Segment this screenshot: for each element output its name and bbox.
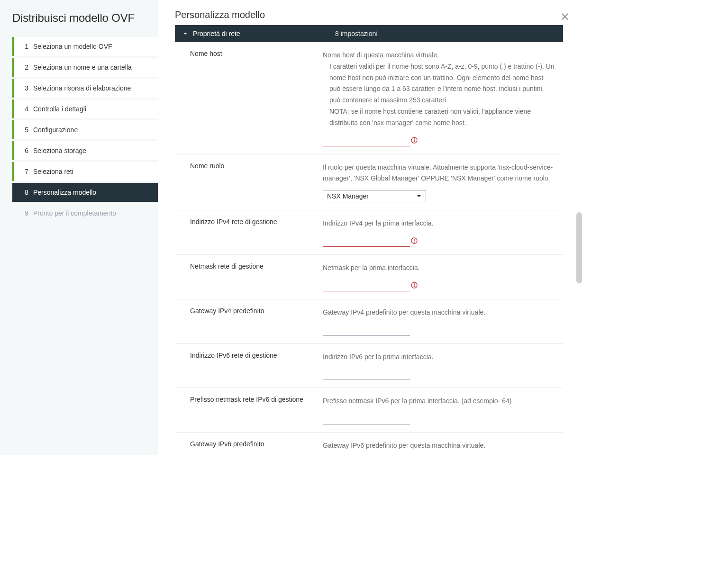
ipv4addr-label: Indirizzo IPv4 rete di gestione [190,218,323,247]
step-label: Seleziona reti [28,168,73,175]
form-scroll-area[interactable]: Proprietà di rete 8 impostazioni Nome ho… [158,25,580,455]
step-number: 5 [20,126,28,134]
wizard-step-7[interactable]: 7Seleziona reti [12,162,158,181]
step-label: Seleziona un nome e una cartella [28,63,132,71]
ipv6gw-desc: Gateway IPv6 predefinito per questa macc… [323,440,555,452]
wizard-steps: 1Seleziona un modello OVF2Seleziona un n… [0,37,158,223]
ipv4mask-label: Netmask rete di gestione [190,262,323,291]
svg-point-3 [414,242,415,243]
step-number: 2 [20,63,28,71]
row-hostname: Nome host Nome host di questa macchina v… [175,42,563,154]
hostname-desc1: Nome host di questa macchina virtuale. [323,51,439,59]
step-label: Personalizza modello [28,189,96,196]
step-number: 1 [20,43,28,50]
ipv4gw-input[interactable] [323,324,410,336]
row-rolename: Nome ruolo Il ruolo per questa macchina … [175,154,563,211]
row-ipv6addr: Indirizzo IPv6 rete di gestione Indirizz… [175,344,563,388]
wizard-step-2[interactable]: 2Seleziona un nome e una cartella [12,58,158,77]
step-label: Seleziona un modello OVF [28,43,112,50]
step-number: 3 [20,84,28,92]
close-button[interactable] [559,10,571,24]
step-label: Configurazione [28,126,78,134]
ipv6addr-desc: Indirizzo IPv6 per la prima interfaccia. [323,352,555,363]
ipv4gw-label: Gateway IPv4 predefinito [190,307,323,336]
step-label: Pronto per il completamento [28,209,116,217]
chevron-down-icon [416,193,422,199]
rolename-value: NSX Manager [327,192,369,200]
wizard-step-4[interactable]: 4Controlla i dettagli [12,99,158,118]
ipv4mask-desc: Netmask per la prima interfaccia. [323,262,555,274]
ipv4addr-desc: Indirizzo IPv4 per la prima interfaccia. [323,218,555,229]
wizard-title: Distribuisci modello OVF [0,5,158,37]
step-label: Controlla i dettagli [28,105,86,113]
step-label: Seleziona risorsa di elaborazione [28,84,131,92]
step-number: 8 [20,189,28,196]
wizard-main: Personalizza modello Proprietà di rete 8… [158,0,580,455]
ipv6prefix-desc: Prefisso netmask IPv6 per la prima inter… [323,396,555,407]
wizard-step-3[interactable]: 3Seleziona risorsa di elaborazione [12,79,158,98]
ipv6addr-label: Indirizzo IPv6 rete di gestione [190,352,323,380]
wizard-sidebar: Distribuisci modello OVF 1Seleziona un m… [0,0,158,455]
step-number: 6 [20,147,28,154]
section-network-count: 8 impostazioni [335,30,378,37]
svg-point-1 [414,141,415,142]
row-ipv6prefix: Prefisso netmask rete IPv6 di gestione P… [175,388,563,433]
hostname-desc3: NOTA: se il nome host contiene caratteri… [323,106,555,129]
svg-point-5 [414,286,415,287]
hostname-label: Nome host [190,50,323,146]
ipv4addr-input[interactable] [323,235,410,247]
error-icon [411,282,418,289]
ovf-deploy-wizard: Distribuisci modello OVF 1Seleziona un m… [0,0,580,455]
section-network-title: Proprietà di rete [193,30,335,37]
rolename-select[interactable]: NSX Manager [323,190,426,202]
row-ipv4mask: Netmask rete di gestione Netmask per la … [175,255,563,299]
ipv6prefix-label: Prefisso netmask rete IPv6 di gestione [190,396,323,424]
wizard-step-9: 9Pronto per il completamento [12,204,158,223]
hostname-input[interactable] [323,135,410,146]
rolename-label: Nome ruolo [190,162,323,203]
hostname-desc2: I caratteri validi per il nome host sono… [323,61,555,106]
ipv6prefix-input[interactable] [323,413,410,424]
page-title: Personalizza modello [175,9,265,20]
ipv4mask-input[interactable] [323,280,410,291]
ipv4gw-desc: Gateway IPv4 predefinito per questa macc… [323,307,555,318]
error-icon [411,137,418,144]
section-network-header[interactable]: Proprietà di rete 8 impostazioni [175,25,563,42]
row-ipv4gw: Gateway IPv4 predefinito Gateway IPv4 pr… [175,299,563,344]
error-icon [411,237,418,244]
wizard-step-5[interactable]: 5Configurazione [12,120,158,139]
step-number: 7 [20,168,28,175]
wizard-step-8[interactable]: 8Personalizza modello [12,183,158,202]
rolename-desc: Il ruolo per questa macchina virtuale. A… [323,162,555,185]
row-ipv6gw: Gateway IPv6 predefinito Gateway IPv6 pr… [175,433,563,455]
step-number: 4 [20,105,28,113]
chevron-down-icon [182,31,188,36]
wizard-step-1[interactable]: 1Seleziona un modello OVF [12,37,158,56]
ipv6gw-label: Gateway IPv6 predefinito [190,440,323,455]
scrollbar-thumb[interactable] [576,212,582,283]
step-number: 9 [20,209,28,217]
wizard-step-6[interactable]: 6Seleziona storage [12,141,158,160]
step-label: Seleziona storage [28,147,86,154]
row-ipv4addr: Indirizzo IPv4 rete di gestione Indirizz… [175,210,563,255]
ipv6addr-input[interactable] [323,368,410,380]
